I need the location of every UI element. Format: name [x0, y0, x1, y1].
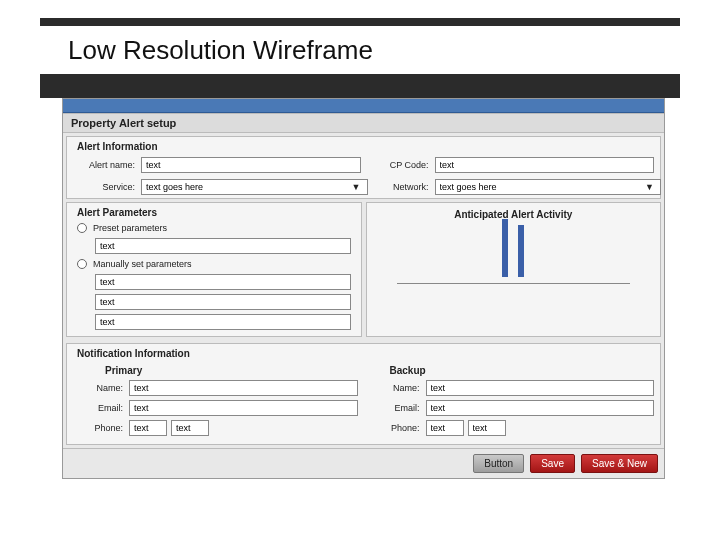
alert-name-label: Alert name:	[73, 160, 135, 170]
backup-phone-2[interactable]	[468, 420, 506, 436]
manual-label: Manually set parameters	[93, 259, 192, 269]
primary-email-input[interactable]	[129, 400, 358, 416]
anticipated-activity-panel: Anticipated Alert Activity	[366, 202, 662, 337]
p-phone-label: Phone:	[73, 423, 123, 433]
primary-heading: Primary	[73, 363, 358, 378]
button-bar: Button Save Save & New	[63, 448, 664, 478]
top-divider	[40, 18, 680, 26]
chart-bar	[502, 219, 508, 277]
chart-bar	[518, 225, 524, 277]
button-generic[interactable]: Button	[473, 454, 524, 473]
alert-parameters-panel: Alert Parameters Preset parameters Manua…	[66, 202, 362, 337]
title-underbar	[40, 74, 680, 98]
network-select[interactable]	[435, 179, 662, 195]
network-label: Network:	[367, 182, 429, 192]
cp-code-label: CP Code:	[367, 160, 429, 170]
alert-info-heading: Alert Information	[67, 137, 660, 154]
service-label: Service:	[73, 182, 135, 192]
activity-chart	[397, 222, 631, 284]
alert-name-input[interactable]	[141, 157, 361, 173]
cp-code-input[interactable]	[435, 157, 655, 173]
manual-field-3[interactable]	[95, 314, 351, 330]
p-email-label: Email:	[73, 403, 123, 413]
p-name-label: Name:	[73, 383, 123, 393]
manual-field-1[interactable]	[95, 274, 351, 290]
app-frame: Property Alert setup Alert Information A…	[62, 98, 665, 479]
notification-panel: Notification Information Primary Name: E…	[66, 343, 661, 445]
b-phone-label: Phone:	[370, 423, 420, 433]
alert-information-panel: Alert Information Alert name: CP Code: S…	[66, 136, 661, 199]
manual-radio[interactable]	[77, 259, 87, 269]
primary-name-input[interactable]	[129, 380, 358, 396]
backup-name-input[interactable]	[426, 380, 655, 396]
preset-label: Preset parameters	[93, 223, 167, 233]
window-titlebar	[63, 99, 664, 113]
backup-phone-1[interactable]	[426, 420, 464, 436]
preset-field[interactable]	[95, 238, 351, 254]
activity-title: Anticipated Alert Activity	[367, 203, 661, 222]
notification-heading: Notification Information	[67, 344, 660, 361]
backup-heading: Backup	[370, 363, 655, 378]
backup-email-input[interactable]	[426, 400, 655, 416]
slide-title: Low Resolution Wireframe	[40, 35, 373, 66]
preset-radio[interactable]	[77, 223, 87, 233]
alert-params-heading: Alert Parameters	[67, 203, 361, 220]
primary-phone-2[interactable]	[171, 420, 209, 436]
save-button[interactable]: Save	[530, 454, 575, 473]
manual-field-2[interactable]	[95, 294, 351, 310]
b-email-label: Email:	[370, 403, 420, 413]
page-title: Property Alert setup	[63, 113, 664, 133]
save-and-new-button[interactable]: Save & New	[581, 454, 658, 473]
service-select[interactable]	[141, 179, 368, 195]
primary-phone-1[interactable]	[129, 420, 167, 436]
b-name-label: Name:	[370, 383, 420, 393]
